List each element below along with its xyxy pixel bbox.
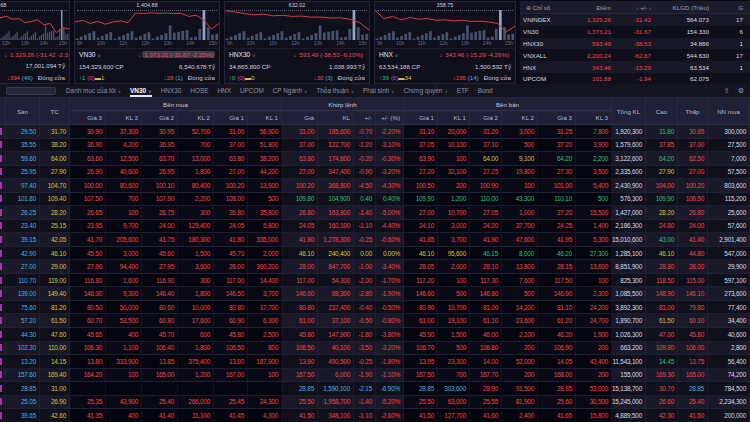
cell: 13,600	[576, 260, 612, 273]
stock-row[interactable]: 97.40104.70100.0080,600100.1080,400100.2…	[0, 179, 750, 193]
cell: 13.80	[70, 355, 106, 368]
intraday-chart[interactable]: 358.759h10h11h12h13h14h15h	[375, 2, 515, 49]
index-name-dropdown[interactable]: HNX∨	[379, 51, 398, 59]
stock-row[interactable]: 157.60169.40164.20100165.001,200167.0010…	[0, 369, 750, 383]
cell: 146.80	[470, 287, 502, 300]
tab-cp-ngành[interactable]: CP Ngành∨	[273, 85, 308, 97]
cell: -1.80%	[376, 355, 404, 368]
cell: 13.20	[6, 355, 40, 368]
stock-row[interactable]: 39.6542.6041.3540041.4011,10041.454,3004…	[0, 409, 750, 422]
cell: 146.60	[282, 287, 318, 300]
stock-row[interactable]: 25.0526.9025.3543,90025.40266,00025.4524…	[0, 396, 750, 410]
cell: 100.20	[214, 179, 248, 192]
cell: 19,800	[502, 166, 538, 179]
add-index-icon[interactable]: ⊕	[523, 5, 531, 11]
intraday-chart[interactable]: 632.029h10h11h12h13h14h15h	[225, 2, 369, 49]
stock-row[interactable]: 26.2528.2026.6510026.7530026.8035,80026.…	[0, 206, 750, 220]
cell: 25.15	[40, 220, 70, 233]
stock-row[interactable]: 101.80109.40107.50700107.902,200108.0050…	[0, 193, 750, 207]
cell: 13,800	[502, 260, 538, 273]
intraday-chart[interactable]: 1,404.889h10h11h12h13h14h15h	[75, 2, 219, 49]
tab-bond[interactable]: Bond	[478, 85, 493, 97]
cell: -3.20%	[376, 166, 404, 179]
header-low[interactable]: Thấp	[678, 98, 708, 124]
stock-row[interactable]: 42.9046.1045.503,00045.601,50045.702,000…	[0, 247, 750, 261]
cell: 0.40	[354, 193, 376, 206]
stock-row[interactable]: 110.70119.00116.801,600116.90300117.0014…	[0, 274, 750, 288]
settings-icon[interactable]: ⚙	[738, 87, 744, 94]
tab-phái-sinh[interactable]: Phái sinh∨	[363, 85, 395, 97]
cell: 1,026,300	[612, 328, 646, 341]
index-col-change[interactable]: ‹ +/- ›	[614, 4, 654, 11]
cell: 80.50	[70, 301, 106, 314]
tab-hnx[interactable]: HNX	[217, 85, 231, 97]
index-row-hnx30[interactable]: HNX30593.49-38.5334.8661	[520, 38, 750, 50]
tab-upcom[interactable]: UPCOM	[240, 85, 264, 97]
cell: 375,400	[178, 355, 214, 368]
tab-vn30[interactable]: VN30∨	[130, 85, 152, 97]
cell: -0.50%	[376, 301, 404, 314]
cell: 490,500	[318, 355, 354, 368]
stock-row[interactable]: 23.4025.1523.959,70024.00129,40024.055,8…	[0, 220, 750, 234]
index-name-dropdown[interactable]: HNX30∨	[229, 51, 256, 59]
cell: 803,600	[708, 179, 750, 192]
header-nn[interactable]: NN mua	[708, 98, 750, 124]
expand-icon[interactable]: ⇧	[724, 87, 730, 94]
cell: -1.10%	[376, 369, 404, 382]
index-name-dropdown[interactable]: VN30∨	[79, 51, 101, 59]
stock-row[interactable]: 102.30110.00106.301,100106.401,800106.50…	[0, 342, 750, 356]
stock-row[interactable]: 44.3047.6045.6540045.7060045.802,50045.8…	[0, 328, 750, 342]
cell: 32,100	[438, 166, 470, 179]
stock-row[interactable]: 75.6081.2080.5050,00080.6010,00080.8017,…	[0, 301, 750, 315]
cell: 24.00	[678, 220, 708, 233]
intraday-chart[interactable]: 1,360.6812h13h14h15h	[0, 2, 69, 49]
stock-row[interactable]: 27.0029.0027.9094,40027.953,60028.00360,…	[0, 260, 750, 274]
index-row-upcom[interactable]: UPCOM101.88-1.9462.075	[520, 73, 750, 84]
tab-chứng-quyền[interactable]: Chứng quyền∨	[404, 85, 448, 97]
stock-row[interactable]: 59.6064.0063.6012,50063.7013,00063.8038,…	[0, 152, 750, 166]
cell: 41.65	[538, 409, 576, 422]
cell: 2,901,400	[708, 233, 750, 246]
search-input[interactable]	[6, 87, 56, 95]
cell: 40,600	[708, 328, 750, 341]
cell: 700	[438, 369, 470, 382]
tab-hnx30[interactable]: HNX30	[161, 85, 182, 97]
header-tc[interactable]: TC	[40, 98, 70, 124]
cell: 75.60	[6, 301, 40, 314]
index-row-vn30[interactable]: VN301,373.21-31.67154.3306	[520, 26, 750, 38]
stock-row[interactable]: 13.2014.1513.80333,90013.85375,40013.901…	[0, 355, 750, 369]
stock-row[interactable]: 39.1542.0541.70205,60041.75180,30041.803…	[0, 233, 750, 247]
tab-hose[interactable]: HOSE	[190, 85, 208, 97]
index-row-vnxall[interactable]: VNXALL2,200.24-62.67544.63017	[520, 49, 750, 61]
cell: 29.00	[40, 260, 70, 273]
tab-thỏa-thuận[interactable]: Thỏa thuận∨	[316, 85, 354, 97]
cell: 25.60	[538, 396, 576, 409]
stock-row[interactable]: 57.2061.5060.7053,50060.8017,60060.906,3…	[0, 314, 750, 328]
cell: 9,100	[502, 152, 538, 165]
reference-value: 358.75	[435, 2, 456, 8]
header-san[interactable]: Sàn	[6, 98, 40, 124]
header-sub: KL 3	[106, 111, 142, 124]
stock-row[interactable]: 35.5538.2036.904,20036.9570037.0051,8003…	[0, 139, 750, 153]
cell: 100.50	[404, 179, 438, 192]
stock-row[interactable]: 25.9527.9026.9040,60026.951,80027.0044,2…	[0, 166, 750, 180]
tab-danh-mục-của-tôi[interactable]: Danh mục của tôi∨	[66, 85, 121, 97]
cell: 28.20	[646, 206, 678, 219]
index-row-vnindex[interactable]: VNINDEX1,329.26-31.42564.07317	[520, 14, 750, 26]
cell: 6,000	[318, 369, 354, 382]
stock-row[interactable]: 139.00149.40146.309,300146.401,800146.50…	[0, 287, 750, 301]
unchanged: ▬34	[398, 74, 411, 81]
cell: 784,500	[708, 382, 750, 395]
header-high[interactable]: Cao	[646, 98, 678, 124]
index-panel-vn30: 1,404.889h10h11h12h13h14h15hVN30∨↓1,373.…	[74, 1, 220, 84]
header-total[interactable]: Tổng KL	[612, 98, 646, 124]
cell: 24.25	[538, 220, 576, 233]
stock-row[interactable]: 29.5031.7030.9037,30030.9552,70031.0056,…	[0, 125, 750, 139]
cell: 63.80	[282, 152, 318, 165]
index-row-hnx[interactable]: HNX343.46-15.2963.5341	[520, 61, 750, 73]
cell: 700	[178, 139, 214, 152]
tab-etf[interactable]: ETF	[457, 85, 469, 97]
cell: -0.40	[354, 301, 376, 314]
stock-row[interactable]: 28.8531.0028.851,590,100-2.15-6.90%28.85…	[0, 382, 750, 396]
cell: 9,300	[106, 287, 142, 300]
